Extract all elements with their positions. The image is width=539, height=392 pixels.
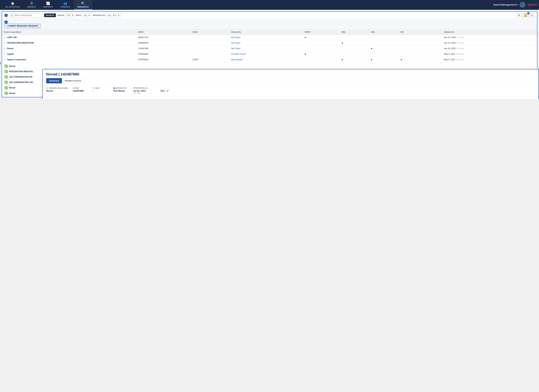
sba-checkmark-icon: ✔ (166, 89, 169, 93)
meta-initiated-on-value: Jul 23, 2021 (134, 90, 149, 92)
cell-sort (425, 57, 442, 62)
vendors-icon: 👥 (63, 1, 67, 5)
main-panel: 1 🔍 SEARCH STATUS Any BOTS Any INITIATED… (2, 11, 537, 97)
tab-related-actions[interactable]: Related Actions (62, 78, 84, 83)
col-header-sba: SBA (340, 30, 369, 34)
nav-vendors[interactable]: 👥 VENDORS (57, 0, 74, 10)
status-select[interactable]: Any (65, 13, 75, 17)
search-input[interactable] (14, 14, 41, 17)
cell-date: Jan 16, 2023 ⏱0 mins (442, 46, 537, 51)
cell-icd: - (399, 34, 425, 40)
cell-icd: - (399, 46, 425, 51)
check-icon: ✅ (4, 81, 8, 84)
initiated-on-filter: INITIATED ON Any - Any (93, 13, 121, 17)
annotation-3: 3 (4, 20, 8, 24)
spinner-icon[interactable]: ⚙ (4, 58, 5, 61)
spinner-icon[interactable]: ⚙ (4, 53, 5, 55)
col-header-gsa: GSA (369, 30, 399, 34)
reports-icon: 📈 (46, 1, 50, 5)
cell-initiated-by: Neil Taylor (229, 34, 303, 40)
cell-cage: 1XKB7 (191, 57, 229, 62)
cell-vendor-name: ⚙ Appian (2, 51, 136, 57)
tab-summary[interactable]: Summary (46, 78, 62, 83)
cell-date: Jan 16, 2023 ⏱0 mins (442, 40, 537, 46)
spinner-icon[interactable]: ⚙ (4, 47, 5, 50)
filter-btn-wrap: 🔽 4 (523, 13, 529, 18)
nav-my-activities[interactable]: 🏠 MY ACTIVITIES (2, 0, 24, 10)
spinner-icon[interactable]: ⚙ (4, 36, 5, 38)
col-header-cage: CAGE (191, 30, 229, 34)
home-icon: 🏠 (11, 1, 15, 5)
cell-duns: 878504856 (136, 51, 191, 57)
cell-icd: - (399, 40, 425, 46)
cell-initiated-by: Neil Taylor (229, 46, 303, 51)
appian-logo: appian (528, 3, 537, 6)
status-filter: STATUS Any (57, 13, 74, 17)
nav-reports[interactable]: 📈 REPORTS (40, 0, 57, 10)
sba-label: SBA (160, 90, 165, 92)
table-row[interactable]: ⚙ Appian Corporation 878504856 1XKB7 Sar… (2, 57, 537, 62)
completed-item-name: Novad (9, 92, 15, 94)
download-button[interactable]: ⬇ (517, 13, 522, 18)
refresh-button[interactable]: ↻ (529, 13, 535, 18)
meta-cage: # CAGE - (93, 87, 113, 94)
cell-vendor-name: ⚙ Appian Corporation (2, 57, 136, 62)
meta-vendor-name: 📋 Vendor Legal Name Novad (46, 87, 73, 94)
completed-item-name: INTEGRATION INNOVATI... (9, 70, 34, 73)
cell-fapiis: ● (303, 51, 340, 57)
cell-sort (425, 34, 442, 40)
col-header-sort[interactable]: ↓ (425, 30, 442, 34)
col-header-initiated-by: Initiated By (229, 30, 303, 34)
detail-meta: 📋 Vendor Legal Name Novad # DUNS 1424876… (43, 85, 157, 97)
bots-select[interactable]: Any (82, 13, 91, 17)
col-header-icd: ICD (399, 30, 425, 34)
check-icon: ✅ (4, 65, 8, 68)
cell-cage: - (191, 46, 229, 51)
initiated-on-select[interactable]: Any - Any (106, 13, 121, 17)
duns-label-icon: # (73, 87, 74, 89)
detail-tabs: Summary Related Actions (46, 78, 535, 83)
cell-date: May 5, 2022 ⏱0 mins (442, 51, 537, 57)
cell-sba: - (340, 46, 369, 51)
completed-list-item[interactable]: ✅ Novad (2, 63, 537, 69)
search-input-wrap[interactable]: 🔍 (9, 13, 43, 18)
meta-initiated-by: 👤 Initiated By Tom Meese (113, 87, 134, 94)
cell-duns: 009699346 (136, 40, 191, 46)
cell-date: May 5, 2022 ⏱0 mins (442, 57, 537, 62)
avatar[interactable]: 👤 (520, 2, 525, 8)
completed-item-name: CE2 CORPORATION, INC (9, 81, 33, 84)
search-bar: 1 🔍 SEARCH STATUS Any BOTS Any INITIATED… (2, 12, 537, 19)
brand-dropdown[interactable]: Award Management ▾ (493, 3, 517, 6)
bots-filter: BOTS Any (76, 13, 91, 17)
spinner-icon[interactable]: ⚙ (4, 42, 5, 44)
completed-item-name: Novad (9, 65, 15, 67)
table-row[interactable]: ⚙ INTEGRATION INNOVATION 009699346 - Nei… (2, 40, 537, 46)
table-row[interactable]: ⚙ Novad 142487680 - Neil Taylor - - ● - … (2, 46, 537, 51)
sba-check-section: SBA ✔ (157, 86, 173, 95)
cell-sba: - (340, 51, 369, 57)
cell-sort (425, 40, 442, 46)
check-icon: ✅ (4, 86, 8, 90)
cell-initiated-by: Sara Daniels (229, 57, 303, 62)
cell-gsa: ● (369, 46, 399, 51)
cell-sba: ● (340, 57, 369, 62)
submit-research-request-button[interactable]: + SUBMIT RESEARCH REQUEST (4, 24, 40, 28)
nav-research[interactable]: 🔍 RESEARCH (74, 0, 92, 10)
cell-fapiis: - (303, 57, 340, 62)
detail-panel: Novad | 142487680 Summary Related Action… (43, 69, 539, 99)
cell-gsa: - (369, 34, 399, 40)
table-row[interactable]: ⚙ ASRT, INC 080621754 - Neil Taylor ● - … (2, 34, 537, 40)
cell-vendor-name: ⚙ ASRT, INC (2, 34, 136, 40)
table-row[interactable]: ⚙ Appian 878504856 - Christine Chenal ● … (2, 51, 537, 57)
search-nav-icon: 🔍 (81, 1, 85, 5)
nav-awards[interactable]: ☰ AWARDS (24, 0, 40, 10)
status-label: STATUS (57, 14, 64, 16)
annotation-1: 1 (4, 14, 8, 17)
search-button[interactable]: SEARCH (44, 14, 56, 17)
search-icon: 🔍 (11, 14, 13, 17)
cell-duns: 878504856 (136, 57, 191, 62)
download-btn-wrap: ⬇ (517, 13, 522, 18)
completed-item-name: Novad (9, 87, 15, 89)
cell-cage: - (191, 51, 229, 57)
cell-fapiis: - (303, 40, 340, 46)
